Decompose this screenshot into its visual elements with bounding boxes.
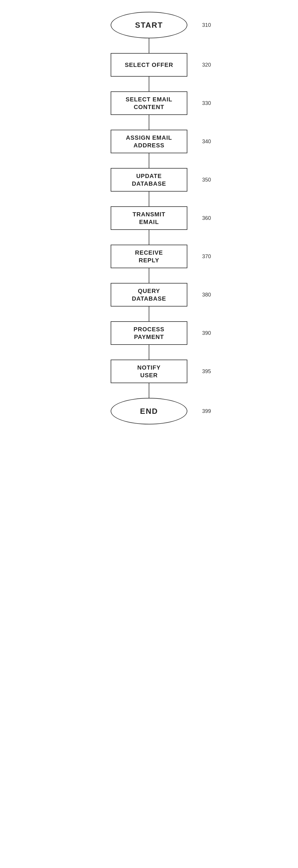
select-offer-node: SELECT OFFER 320 bbox=[111, 53, 187, 76]
start-oval: START bbox=[111, 12, 187, 38]
start-label: START bbox=[135, 21, 163, 30]
query-database-box: QUERYDATABASE bbox=[111, 283, 187, 307]
receive-reply-node: RECEIVEREPLY 370 bbox=[111, 245, 187, 268]
select-email-content-box: SELECT EMAILCONTENT bbox=[111, 91, 187, 115]
transmit-email-ref: 360 bbox=[202, 215, 211, 221]
process-payment-ref: 390 bbox=[202, 330, 211, 336]
notify-user-ref: 395 bbox=[202, 368, 211, 375]
assign-email-address-ref: 340 bbox=[202, 138, 211, 145]
notify-user-label: NOTIFYUSER bbox=[137, 364, 161, 379]
select-email-content-node: SELECT EMAILCONTENT 330 bbox=[111, 91, 187, 115]
flowchart: START 310 SELECT OFFER 320 SELECT EMAILC… bbox=[0, 0, 298, 436]
query-database-ref: 380 bbox=[202, 292, 211, 298]
connector-9 bbox=[149, 345, 149, 360]
process-payment-label: PROCESSPAYMENT bbox=[134, 326, 165, 341]
connector-7 bbox=[149, 268, 149, 283]
update-database-box: UPDATEDATABASE bbox=[111, 168, 187, 192]
start-ref: 310 bbox=[202, 22, 211, 28]
end-label: END bbox=[140, 407, 158, 416]
assign-email-address-label: ASSIGN EMAILADDRESS bbox=[126, 134, 172, 149]
connector-5 bbox=[149, 192, 149, 206]
connector-3 bbox=[149, 115, 149, 130]
update-database-ref: 350 bbox=[202, 177, 211, 183]
end-node: END 399 bbox=[111, 398, 187, 425]
select-offer-ref: 320 bbox=[202, 62, 211, 68]
connector-8 bbox=[149, 307, 149, 321]
query-database-label: QUERYDATABASE bbox=[132, 287, 166, 302]
select-offer-label: SELECT OFFER bbox=[125, 61, 173, 69]
query-database-node: QUERYDATABASE 380 bbox=[111, 283, 187, 307]
notify-user-box: NOTIFYUSER bbox=[111, 360, 187, 383]
process-payment-box: PROCESSPAYMENT bbox=[111, 321, 187, 345]
receive-reply-ref: 370 bbox=[202, 253, 211, 260]
assign-email-address-box: ASSIGN EMAILADDRESS bbox=[111, 130, 187, 153]
connector-2 bbox=[149, 76, 149, 91]
select-email-content-label: SELECT EMAILCONTENT bbox=[126, 95, 172, 111]
transmit-email-box: TRANSMITEMAIL bbox=[111, 206, 187, 230]
start-node: START 310 bbox=[111, 12, 187, 38]
select-offer-box: SELECT OFFER bbox=[111, 53, 187, 76]
connector-10 bbox=[149, 383, 149, 398]
process-payment-node: PROCESSPAYMENT 390 bbox=[111, 321, 187, 345]
end-ref: 399 bbox=[202, 408, 211, 414]
assign-email-address-node: ASSIGN EMAILADDRESS 340 bbox=[111, 130, 187, 153]
select-email-content-ref: 330 bbox=[202, 100, 211, 106]
transmit-email-node: TRANSMITEMAIL 360 bbox=[111, 206, 187, 230]
transmit-email-label: TRANSMITEMAIL bbox=[133, 211, 165, 226]
notify-user-node: NOTIFYUSER 395 bbox=[111, 360, 187, 383]
update-database-node: UPDATEDATABASE 350 bbox=[111, 168, 187, 192]
receive-reply-box: RECEIVEREPLY bbox=[111, 245, 187, 268]
connector-1 bbox=[149, 38, 149, 53]
end-oval: END bbox=[111, 398, 187, 425]
receive-reply-label: RECEIVEREPLY bbox=[135, 249, 163, 264]
connector-6 bbox=[149, 230, 149, 245]
connector-4 bbox=[149, 153, 149, 168]
update-database-label: UPDATEDATABASE bbox=[132, 172, 166, 187]
